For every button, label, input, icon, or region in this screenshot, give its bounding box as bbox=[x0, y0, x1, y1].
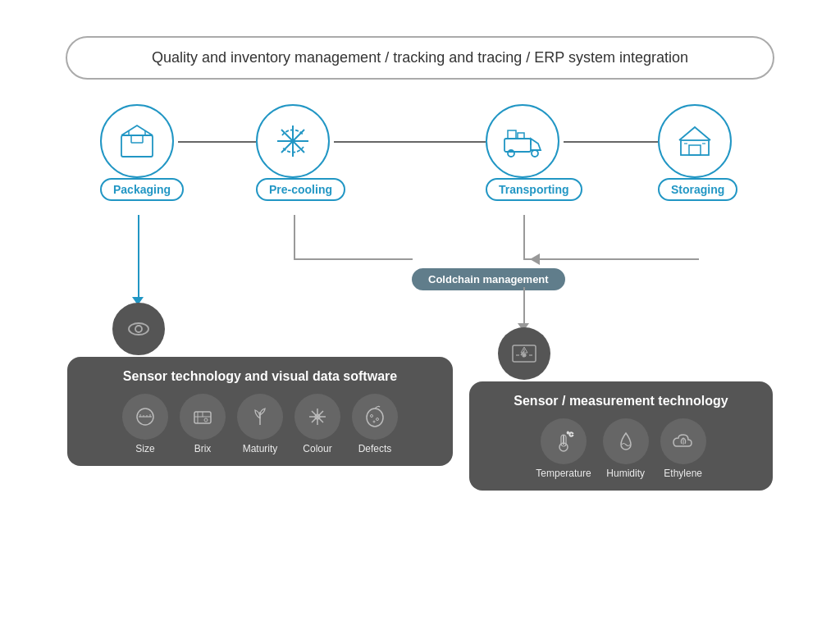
size-label: Size bbox=[135, 443, 154, 454]
banner-text: Quality and inventory management / track… bbox=[152, 49, 688, 66]
arrow-packaging-down bbox=[138, 215, 139, 297]
humidity-item: Humidity bbox=[603, 418, 649, 479]
right-sub-icons-row: °C Temperature Humid bbox=[536, 418, 705, 479]
size-icon bbox=[132, 404, 158, 430]
brix-icon-circle bbox=[180, 394, 226, 440]
arrow-left-head bbox=[530, 253, 540, 268]
storaging-label: Storaging bbox=[658, 178, 737, 201]
left-box-title: Sensor technology and visual data softwa… bbox=[123, 368, 397, 386]
storaging-node: Storaging bbox=[658, 104, 737, 201]
brix-label: Brix bbox=[194, 443, 212, 454]
defects-label: Defects bbox=[358, 443, 392, 454]
colour-icon-circle bbox=[294, 394, 340, 440]
temperature-item: °C Temperature bbox=[536, 418, 591, 479]
left-dark-box: Sensor technology and visual data softwa… bbox=[67, 357, 453, 466]
size-item: Size bbox=[122, 394, 168, 454]
svg-point-49 bbox=[367, 409, 383, 427]
line-precool-h bbox=[294, 258, 413, 260]
packaging-node: Packaging bbox=[100, 104, 184, 201]
sensor-measurement-icon bbox=[509, 339, 539, 368]
colour-item: Colour bbox=[294, 394, 340, 454]
svg-point-24 bbox=[135, 326, 142, 332]
svg-point-51 bbox=[377, 418, 379, 420]
colour-label: Colour bbox=[303, 443, 331, 454]
arrow-coldchain-down bbox=[523, 287, 525, 324]
line-precool-transport bbox=[334, 141, 486, 143]
brix-item: Brix bbox=[180, 394, 226, 454]
maturity-icon bbox=[247, 404, 273, 430]
humidity-label: Humidity bbox=[606, 468, 645, 479]
svg-marker-20 bbox=[530, 253, 540, 265]
svg-text:°C: °C bbox=[567, 431, 573, 437]
arrow-precool-to-coldchain bbox=[294, 215, 295, 260]
humidity-icon-circle bbox=[603, 418, 649, 464]
sensor-icon-container bbox=[498, 327, 550, 380]
eye-circle bbox=[112, 303, 165, 355]
ethylene-item: Ethylene bbox=[660, 418, 706, 479]
line-storage-to-coldchain bbox=[523, 258, 699, 260]
transporting-icon-circle bbox=[486, 104, 559, 178]
transporting-icon bbox=[500, 119, 545, 163]
svg-point-27 bbox=[523, 354, 526, 357]
svg-point-50 bbox=[371, 414, 373, 417]
precooling-node: Pre-cooling bbox=[256, 104, 345, 201]
precooling-label: Pre-cooling bbox=[256, 178, 345, 201]
main-container: Quality and inventory management / track… bbox=[26, 20, 814, 610]
packaging-label: Packaging bbox=[100, 178, 184, 201]
eye-icon-container bbox=[112, 303, 165, 355]
brix-icon bbox=[189, 404, 216, 430]
storaging-icon bbox=[673, 119, 717, 163]
svg-point-42 bbox=[204, 418, 208, 422]
packaging-icon bbox=[115, 119, 159, 163]
svg-rect-17 bbox=[689, 145, 701, 155]
arrow-transport-to-coldchain bbox=[523, 215, 525, 260]
right-dark-box: Sensor / measurement technology °C Tempe… bbox=[469, 381, 773, 491]
left-sub-icons-row: Size Brix bbox=[122, 394, 398, 454]
ethylene-label: Ethylene bbox=[664, 468, 702, 479]
ethylene-icon-circle bbox=[660, 418, 706, 464]
diagram: Packaging Pre-cooling bbox=[51, 88, 789, 580]
colour-icon bbox=[304, 404, 331, 430]
precooling-icon bbox=[271, 119, 315, 163]
maturity-item: Maturity bbox=[237, 394, 283, 454]
transporting-label: Transporting bbox=[486, 178, 582, 201]
temperature-icon: °C bbox=[550, 428, 577, 454]
precooling-icon-circle bbox=[256, 104, 330, 178]
svg-rect-0 bbox=[121, 135, 153, 157]
maturity-label: Maturity bbox=[243, 443, 278, 454]
coldchain-pill: Coldchain management bbox=[412, 268, 565, 290]
svg-point-13 bbox=[532, 150, 538, 157]
defects-item: Defects bbox=[352, 394, 398, 454]
humidity-icon bbox=[613, 428, 639, 454]
svg-rect-11 bbox=[504, 139, 531, 152]
size-icon-circle bbox=[122, 394, 168, 440]
ethylene-icon bbox=[670, 428, 696, 454]
line-pkg-precool bbox=[178, 141, 256, 143]
sensor-circle bbox=[498, 327, 550, 380]
right-box-title: Sensor / measurement technology bbox=[514, 393, 728, 410]
packaging-icon-circle bbox=[100, 104, 174, 178]
transporting-node: Transporting bbox=[486, 104, 582, 201]
maturity-icon-circle bbox=[237, 394, 283, 440]
temperature-icon-circle: °C bbox=[541, 418, 587, 464]
storaging-icon-circle bbox=[658, 104, 732, 178]
svg-rect-16 bbox=[681, 140, 709, 155]
svg-rect-14 bbox=[508, 130, 516, 139]
temperature-label: Temperature bbox=[536, 468, 591, 479]
top-banner: Quality and inventory management / track… bbox=[66, 36, 774, 80]
coldchain-label: Coldchain management bbox=[412, 268, 565, 290]
svg-point-52 bbox=[373, 421, 375, 422]
defects-icon-circle bbox=[352, 394, 398, 440]
line-transport-storage bbox=[564, 141, 658, 143]
eye-icon bbox=[124, 314, 153, 344]
defects-icon bbox=[362, 404, 388, 430]
svg-rect-15 bbox=[518, 133, 524, 139]
